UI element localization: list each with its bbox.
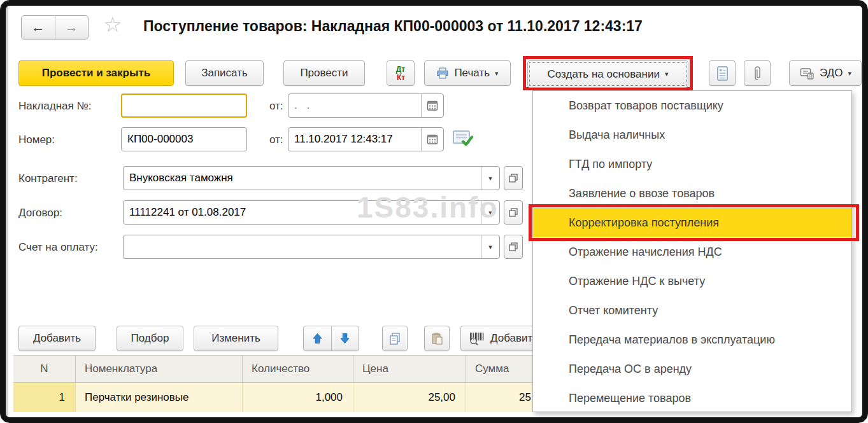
pick-items-button[interactable]: Подбор bbox=[117, 326, 183, 351]
cell-sum[interactable]: 25 bbox=[466, 383, 534, 412]
page-title: Поступление товаров: Накладная КП00-0000… bbox=[143, 18, 643, 35]
move-row-buttons bbox=[303, 326, 359, 351]
menu-item-return-to-supplier[interactable]: Возврат товаров поставщику bbox=[533, 91, 851, 120]
invoice-date-from-label: от: bbox=[269, 100, 283, 113]
edo-caret-icon: ▾ bbox=[848, 70, 851, 77]
column-header-n[interactable]: N bbox=[13, 356, 76, 382]
barcode-icon bbox=[469, 331, 485, 345]
post-and-close-label: Провести и закрыть bbox=[42, 67, 150, 80]
svg-text:R: R bbox=[809, 74, 813, 78]
edo-label: ЭДО bbox=[820, 67, 843, 80]
dt-kt-icon: ДтКт bbox=[396, 66, 405, 81]
menu-item-receipt-correction-label: Корректировка поступления bbox=[569, 216, 719, 230]
edo-button[interactable]: R ЭДО ▾ bbox=[789, 60, 862, 86]
open-in-form-icon bbox=[508, 173, 518, 183]
payment-invoice-combobox[interactable]: ▾ bbox=[123, 235, 500, 259]
back-arrow-icon: ← bbox=[31, 20, 45, 35]
menu-item-vat-accrual-reflection[interactable]: Отражение начисления НДС bbox=[533, 237, 851, 267]
menu-item-materials-to-operation[interactable]: Передача материалов в эксплуатацию bbox=[533, 325, 851, 354]
edit-row-label: Изменить bbox=[211, 332, 260, 345]
receipt-document-window: ← → ☆ Поступление товаров: Накладная КП0… bbox=[0, 0, 868, 423]
open-in-form-icon bbox=[508, 207, 518, 218]
column-header-quantity[interactable]: Количество bbox=[243, 356, 353, 382]
open-in-form-icon bbox=[508, 242, 518, 252]
create-based-on-button[interactable]: Создать на основании ▾ bbox=[527, 60, 688, 88]
add-row-label: Добавить bbox=[33, 332, 81, 345]
counterparty-label: Контрагент: bbox=[18, 172, 78, 185]
related-documents-button[interactable] bbox=[709, 60, 736, 86]
nav-history-buttons: ← → bbox=[21, 15, 89, 39]
site-watermark: 1S83.info bbox=[357, 190, 499, 225]
counterparty-open-button[interactable] bbox=[504, 166, 523, 190]
column-header-sum[interactable]: Сумма bbox=[466, 356, 534, 382]
arrow-up-icon bbox=[313, 333, 322, 344]
invoice-date-calendar-button[interactable] bbox=[421, 94, 443, 117]
print-caret-icon: ▾ bbox=[495, 70, 499, 77]
menu-item-receipt-correction[interactable]: Корректировка поступления bbox=[533, 208, 851, 237]
favorite-star-icon[interactable]: ☆ bbox=[103, 14, 122, 35]
payment-invoice-dropdown-button[interactable]: ▾ bbox=[481, 235, 499, 258]
add-row-button[interactable]: Добавить bbox=[18, 326, 96, 351]
forward-button[interactable]: → bbox=[55, 16, 89, 39]
cell-quantity[interactable]: 1,000 bbox=[243, 383, 353, 412]
post-and-close-button[interactable]: Провести и закрыть bbox=[18, 60, 174, 86]
counterparty-combobox[interactable]: Внуковская таможня ▾ bbox=[123, 166, 500, 190]
table-row[interactable]: 1 Перчатки резиновые 1,000 25,00 25 bbox=[13, 383, 534, 412]
move-row-up-button[interactable] bbox=[304, 326, 332, 350]
write-button[interactable]: Записать bbox=[185, 60, 264, 86]
date-input[interactable]: 11.10.2017 12:43:17 bbox=[288, 127, 444, 151]
chevron-down-icon: ▾ bbox=[488, 175, 492, 182]
report-document-icon bbox=[716, 66, 729, 81]
items-table-header: N Номенклатура Количество Цена Сумма bbox=[13, 355, 534, 383]
menu-item-import-customs-declaration[interactable]: ГТД по импорту bbox=[533, 149, 851, 179]
add-by-barcode-label: Добавит bbox=[490, 332, 532, 345]
contract-open-button[interactable] bbox=[504, 200, 523, 225]
create-based-on-highlight-box: Создать на основании ▾ bbox=[523, 56, 693, 90]
print-button[interactable]: Печать ▾ bbox=[424, 60, 511, 86]
create-based-on-label: Создать на основании bbox=[548, 68, 660, 81]
menu-item-consignor-report[interactable]: Отчет комитенту bbox=[533, 296, 851, 325]
cell-row-number[interactable]: 1 bbox=[13, 383, 76, 412]
move-row-down-button[interactable] bbox=[332, 326, 359, 350]
payment-invoice-open-button[interactable] bbox=[504, 235, 523, 259]
window-left-edge bbox=[6, 6, 8, 417]
menu-item-goods-transfer[interactable]: Перемещение товаров bbox=[533, 384, 851, 413]
menu-item-cash-issue[interactable]: Выдача наличных bbox=[533, 120, 851, 149]
calendar-icon bbox=[427, 134, 438, 145]
copy-row-button[interactable] bbox=[382, 326, 408, 351]
dt-kt-postings-button[interactable]: ДтКт bbox=[387, 60, 415, 86]
payment-invoice-label: Счет на оплату: bbox=[18, 241, 98, 254]
attachments-button[interactable] bbox=[744, 60, 771, 86]
document-check-icon bbox=[452, 130, 474, 150]
copy-icon bbox=[388, 332, 401, 345]
menu-item-vat-deduction-reflection[interactable]: Отражение НДС к вычету bbox=[533, 267, 851, 296]
counterparty-dropdown-button[interactable]: ▾ bbox=[481, 167, 499, 190]
cell-nomenclature[interactable]: Перчатки резиновые bbox=[76, 383, 243, 412]
forward-arrow-icon: → bbox=[65, 20, 78, 35]
column-header-price[interactable]: Цена bbox=[353, 356, 466, 382]
arrow-down-icon bbox=[340, 333, 350, 344]
invoice-number-input[interactable] bbox=[121, 94, 247, 118]
number-input[interactable]: КП00-000003 bbox=[121, 127, 247, 151]
cell-price[interactable]: 25,00 bbox=[353, 383, 466, 412]
invoice-date-input[interactable]: . . bbox=[288, 94, 444, 118]
date-calendar-button[interactable] bbox=[421, 128, 443, 151]
menu-item-goods-import-application[interactable]: Заявление о ввозе товаров bbox=[533, 179, 851, 208]
paste-row-button[interactable] bbox=[424, 326, 450, 351]
paperclip-icon bbox=[753, 66, 762, 81]
create-based-on-caret-icon: ▾ bbox=[665, 71, 669, 78]
create-based-on-menu: Возврат товаров поставщику Выдача наличн… bbox=[532, 90, 852, 412]
post-button[interactable]: Провести bbox=[283, 60, 365, 86]
edit-row-button[interactable]: Изменить bbox=[194, 326, 278, 351]
print-label: Печать bbox=[454, 67, 490, 80]
menu-item-fixed-assets-to-rent[interactable]: Передача ОС в аренду bbox=[533, 354, 851, 384]
write-label: Записать bbox=[201, 67, 248, 80]
column-header-nomenclature[interactable]: Номенклатура bbox=[76, 356, 243, 382]
paste-icon bbox=[430, 332, 443, 345]
edo-stamp-icon: R bbox=[799, 66, 815, 80]
back-button[interactable]: ← bbox=[22, 16, 55, 39]
number-label: Номер: bbox=[18, 134, 55, 146]
chevron-down-icon: ▾ bbox=[488, 244, 492, 251]
contract-label: Договор: bbox=[18, 207, 62, 219]
post-label: Провести bbox=[300, 67, 348, 80]
